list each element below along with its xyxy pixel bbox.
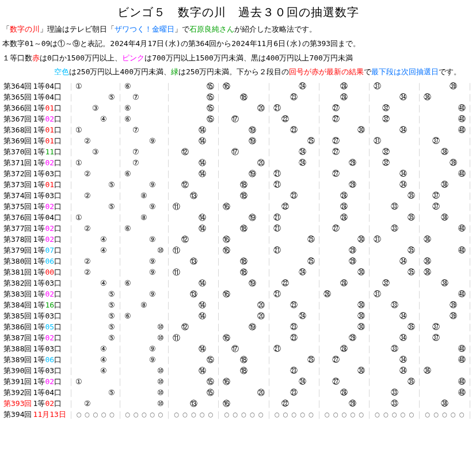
number-cell (432, 103, 440, 113)
number-cell: ⑤ (108, 387, 116, 398)
number-cell: ⑯ (222, 201, 231, 212)
number-cell: ◯ (189, 409, 198, 420)
number-cell (423, 299, 432, 310)
number-cell (432, 113, 440, 124)
number-cell (390, 124, 399, 135)
number-cell (449, 146, 458, 157)
number-cell (332, 387, 340, 398)
number-cell (290, 157, 298, 168)
number-cell (189, 387, 198, 398)
number-cell (273, 267, 281, 278)
number-cell: ⑥ (124, 113, 132, 124)
number-cell: ㊵ (458, 376, 466, 387)
number-cell (399, 81, 408, 92)
number-cell: ㉞ (399, 92, 408, 103)
number-cell (449, 387, 458, 398)
number-cell (382, 92, 390, 103)
separator: ｜ (416, 113, 423, 124)
number-cell: ◯ (198, 409, 207, 420)
separator: ｜ (67, 332, 75, 343)
number-cell (148, 245, 157, 256)
number-cell (348, 103, 357, 113)
number-cell: ⑩ (157, 376, 165, 387)
number-cell (132, 190, 140, 201)
number-cell (92, 278, 100, 289)
number-cell: ⑭ (198, 135, 207, 146)
number-cell (332, 321, 340, 332)
number-cell (449, 354, 458, 365)
number-cell (340, 354, 349, 365)
separator: ｜ (265, 398, 273, 409)
number-cell (307, 289, 315, 299)
number-cell: ㉘ (340, 81, 349, 92)
number-cell: ㉒ (281, 398, 290, 409)
table-row: 第392回1等04口｜⑤｜⑩｜⑮｜⑳｜㉓｜㉘｜㉝｜㊵｜ (2, 387, 474, 398)
separator: ｜ (416, 387, 423, 398)
number-cell (273, 157, 281, 168)
number-cell (423, 310, 432, 321)
separator: ｜ (315, 146, 323, 157)
number-cell (189, 365, 198, 376)
number-cell (157, 223, 165, 234)
number-cell: ⑦ (132, 157, 140, 168)
number-cell (124, 234, 132, 245)
round-number: 第374回 (2, 190, 33, 201)
number-cell (207, 365, 215, 376)
number-cell (140, 398, 148, 409)
number-cell (281, 267, 290, 278)
separator: ｜ (67, 81, 75, 92)
number-cell: ⑬ (189, 190, 198, 201)
number-cell (189, 343, 198, 354)
number-cell (273, 387, 281, 398)
number-cell: ㉜ (382, 103, 390, 113)
number-cell: ㉛ (373, 234, 382, 245)
table-row: 第381回1等00口｜②｜⑨｜⑪｜⑱｜㉔｜㉚｜㉟｜㊱｜ (2, 267, 474, 278)
number-cell (440, 113, 449, 124)
number-cell (140, 289, 148, 299)
separator: ｜ (116, 92, 124, 103)
separator: ｜ (165, 376, 172, 387)
number-cell (257, 179, 265, 190)
separator: ｜ (265, 278, 273, 289)
number-cell (357, 278, 365, 289)
number-cell (248, 289, 257, 299)
number-cell (357, 256, 365, 267)
number-cell (124, 398, 132, 409)
number-cell (92, 245, 100, 256)
number-cell (332, 365, 340, 376)
table-row: 第394回11月13日｜◯◯◯◯◯｜◯◯◯◯◯｜◯◯◯◯◯｜◯◯◯◯◯｜◯◯◯◯… (2, 409, 474, 420)
number-cell (140, 343, 148, 354)
number-cell (148, 168, 157, 179)
number-cell: ◯ (357, 409, 365, 420)
number-cell (290, 354, 298, 365)
number-cell (257, 135, 265, 146)
separator: ｜ (165, 354, 172, 365)
round-number: 第378回 (2, 234, 33, 245)
number-cell (340, 256, 349, 267)
number-cell (332, 157, 340, 168)
number-cell: ◯ (181, 409, 189, 420)
number-cell (148, 223, 157, 234)
number-cell (440, 289, 449, 299)
number-cell (323, 245, 332, 256)
number-cell (172, 398, 181, 409)
number-cell (92, 310, 100, 321)
number-cell (207, 179, 215, 190)
number-cell (373, 245, 382, 256)
table-row: 第372回1等03口｜②｜⑥｜⑭｜⑲｜㉑｜㉗｜㉞｜㊵｜ (2, 168, 474, 179)
number-cell: ㊳ (440, 146, 449, 157)
number-cell (399, 223, 408, 234)
number-cell (148, 190, 157, 201)
number-cell: ㉙ (348, 179, 357, 190)
number-cell (172, 299, 181, 310)
number-cell (373, 212, 382, 223)
number-cell (273, 398, 281, 409)
number-cell: ㉓ (290, 190, 298, 201)
number-cell (407, 278, 416, 289)
number-cell: ⑨ (148, 135, 157, 146)
number-cell (298, 234, 307, 245)
number-cell (432, 398, 440, 409)
number-cell: ㉝ (390, 223, 399, 234)
number-cell (432, 212, 440, 223)
separator: ｜ (165, 278, 172, 289)
